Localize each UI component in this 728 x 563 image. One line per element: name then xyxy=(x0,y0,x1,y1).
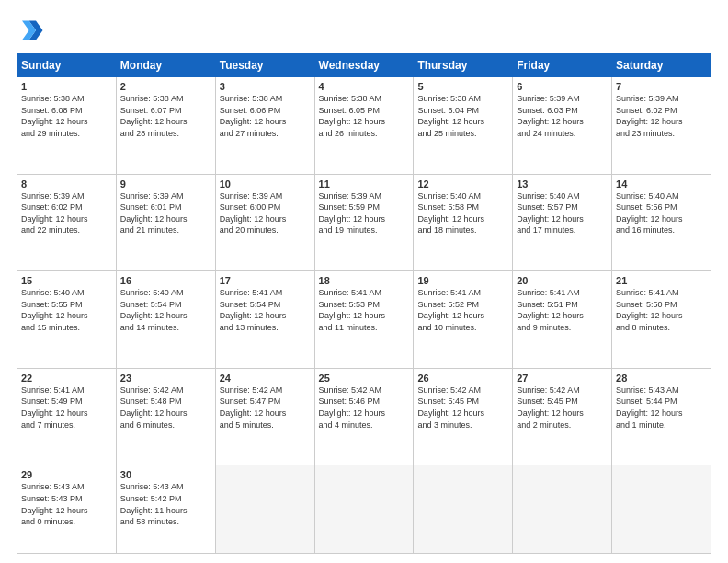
day-header-wednesday: Wednesday xyxy=(314,54,414,77)
week-row-1: 1Sunrise: 5:38 AM Sunset: 6:08 PM Daylig… xyxy=(17,77,711,175)
day-number: 23 xyxy=(120,373,211,384)
page: SundayMondayTuesdayWednesdayThursdayFrid… xyxy=(0,0,728,563)
day-cell: 13Sunrise: 5:40 AM Sunset: 5:57 PM Dayli… xyxy=(513,174,612,271)
day-cell: 10Sunrise: 5:39 AM Sunset: 6:00 PM Dayli… xyxy=(215,174,314,271)
day-cell xyxy=(612,465,711,554)
day-info: Sunrise: 5:40 AM Sunset: 5:54 PM Dayligh… xyxy=(120,287,211,333)
day-info: Sunrise: 5:43 AM Sunset: 5:43 PM Dayligh… xyxy=(21,481,112,527)
day-info: Sunrise: 5:41 AM Sunset: 5:50 PM Dayligh… xyxy=(616,287,707,333)
day-info: Sunrise: 5:40 AM Sunset: 5:58 PM Dayligh… xyxy=(417,190,508,236)
day-cell: 12Sunrise: 5:40 AM Sunset: 5:58 PM Dayli… xyxy=(414,174,513,271)
week-row-3: 15Sunrise: 5:40 AM Sunset: 5:55 PM Dayli… xyxy=(17,271,711,369)
day-cell: 27Sunrise: 5:42 AM Sunset: 5:45 PM Dayli… xyxy=(513,368,612,465)
week-row-4: 22Sunrise: 5:41 AM Sunset: 5:49 PM Dayli… xyxy=(17,368,711,465)
day-info: Sunrise: 5:38 AM Sunset: 6:04 PM Dayligh… xyxy=(417,93,508,139)
day-cell: 4Sunrise: 5:38 AM Sunset: 6:05 PM Daylig… xyxy=(314,77,414,175)
day-header-sunday: Sunday xyxy=(17,54,117,77)
day-number: 5 xyxy=(417,81,508,92)
day-info: Sunrise: 5:40 AM Sunset: 5:57 PM Dayligh… xyxy=(517,190,608,236)
day-info: Sunrise: 5:41 AM Sunset: 5:51 PM Dayligh… xyxy=(517,287,608,333)
day-info: Sunrise: 5:40 AM Sunset: 5:56 PM Dayligh… xyxy=(616,190,707,236)
day-info: Sunrise: 5:41 AM Sunset: 5:53 PM Dayligh… xyxy=(319,287,410,333)
day-info: Sunrise: 5:39 AM Sunset: 6:00 PM Dayligh… xyxy=(220,190,311,236)
day-info: Sunrise: 5:43 AM Sunset: 5:42 PM Dayligh… xyxy=(120,481,211,527)
day-cell: 26Sunrise: 5:42 AM Sunset: 5:45 PM Dayli… xyxy=(414,368,513,465)
day-info: Sunrise: 5:39 AM Sunset: 5:59 PM Dayligh… xyxy=(319,190,410,236)
day-cell xyxy=(314,465,414,554)
day-number: 17 xyxy=(220,275,311,286)
day-cell: 24Sunrise: 5:42 AM Sunset: 5:47 PM Dayli… xyxy=(215,368,314,465)
day-number: 12 xyxy=(417,178,508,190)
day-info: Sunrise: 5:42 AM Sunset: 5:48 PM Dayligh… xyxy=(120,385,211,431)
day-number: 11 xyxy=(319,178,410,190)
day-number: 6 xyxy=(517,81,608,92)
day-cell: 29Sunrise: 5:43 AM Sunset: 5:43 PM Dayli… xyxy=(17,465,117,554)
day-info: Sunrise: 5:39 AM Sunset: 6:02 PM Dayligh… xyxy=(616,93,707,139)
logo xyxy=(17,17,48,44)
day-number: 25 xyxy=(319,373,410,384)
day-number: 7 xyxy=(616,81,707,92)
day-header-monday: Monday xyxy=(116,54,215,77)
day-number: 1 xyxy=(21,81,112,92)
day-cell: 30Sunrise: 5:43 AM Sunset: 5:42 PM Dayli… xyxy=(116,465,215,554)
day-cell: 23Sunrise: 5:42 AM Sunset: 5:48 PM Dayli… xyxy=(116,368,215,465)
day-info: Sunrise: 5:41 AM Sunset: 5:49 PM Dayligh… xyxy=(21,385,112,431)
day-info: Sunrise: 5:43 AM Sunset: 5:44 PM Dayligh… xyxy=(616,385,707,431)
day-header-thursday: Thursday xyxy=(414,54,513,77)
day-cell: 15Sunrise: 5:40 AM Sunset: 5:55 PM Dayli… xyxy=(17,271,117,369)
day-header-friday: Friday xyxy=(513,54,612,77)
day-info: Sunrise: 5:40 AM Sunset: 5:55 PM Dayligh… xyxy=(21,287,112,333)
day-cell: 18Sunrise: 5:41 AM Sunset: 5:53 PM Dayli… xyxy=(314,271,414,369)
day-cell: 7Sunrise: 5:39 AM Sunset: 6:02 PM Daylig… xyxy=(612,77,711,175)
day-number: 20 xyxy=(517,275,608,286)
day-number: 8 xyxy=(21,178,112,190)
day-cell: 1Sunrise: 5:38 AM Sunset: 6:08 PM Daylig… xyxy=(17,77,117,175)
day-cell: 6Sunrise: 5:39 AM Sunset: 6:03 PM Daylig… xyxy=(513,77,612,175)
day-cell: 2Sunrise: 5:38 AM Sunset: 6:07 PM Daylig… xyxy=(116,77,215,175)
day-number: 2 xyxy=(120,81,211,92)
day-cell: 20Sunrise: 5:41 AM Sunset: 5:51 PM Dayli… xyxy=(513,271,612,369)
day-number: 30 xyxy=(120,469,211,480)
day-cell: 14Sunrise: 5:40 AM Sunset: 5:56 PM Dayli… xyxy=(612,174,711,271)
day-number: 27 xyxy=(517,373,608,384)
day-number: 26 xyxy=(417,373,508,384)
day-cell: 21Sunrise: 5:41 AM Sunset: 5:50 PM Dayli… xyxy=(612,271,711,369)
calendar: SundayMondayTuesdayWednesdayThursdayFrid… xyxy=(17,53,711,554)
header xyxy=(17,17,711,44)
day-number: 16 xyxy=(120,275,211,286)
day-info: Sunrise: 5:39 AM Sunset: 6:03 PM Dayligh… xyxy=(517,93,608,139)
day-number: 10 xyxy=(220,178,311,190)
day-cell: 19Sunrise: 5:41 AM Sunset: 5:52 PM Dayli… xyxy=(414,271,513,369)
day-cell xyxy=(414,465,513,554)
day-cell xyxy=(215,465,314,554)
day-cell: 5Sunrise: 5:38 AM Sunset: 6:04 PM Daylig… xyxy=(414,77,513,175)
day-cell: 28Sunrise: 5:43 AM Sunset: 5:44 PM Dayli… xyxy=(612,368,711,465)
day-number: 29 xyxy=(21,469,112,480)
week-row-5: 29Sunrise: 5:43 AM Sunset: 5:43 PM Dayli… xyxy=(17,465,711,554)
day-cell: 8Sunrise: 5:39 AM Sunset: 6:02 PM Daylig… xyxy=(17,174,117,271)
day-number: 22 xyxy=(21,373,112,384)
day-number: 3 xyxy=(220,81,311,92)
header-row: SundayMondayTuesdayWednesdayThursdayFrid… xyxy=(17,54,711,77)
day-info: Sunrise: 5:38 AM Sunset: 6:07 PM Dayligh… xyxy=(120,93,211,139)
day-number: 13 xyxy=(517,178,608,190)
day-info: Sunrise: 5:41 AM Sunset: 5:52 PM Dayligh… xyxy=(417,287,508,333)
day-number: 21 xyxy=(616,275,707,286)
day-info: Sunrise: 5:39 AM Sunset: 6:02 PM Dayligh… xyxy=(21,190,112,236)
day-cell: 11Sunrise: 5:39 AM Sunset: 5:59 PM Dayli… xyxy=(314,174,414,271)
day-number: 28 xyxy=(616,373,707,384)
day-cell xyxy=(513,465,612,554)
day-number: 15 xyxy=(21,275,112,286)
day-number: 19 xyxy=(417,275,508,286)
day-cell: 17Sunrise: 5:41 AM Sunset: 5:54 PM Dayli… xyxy=(215,271,314,369)
day-cell: 25Sunrise: 5:42 AM Sunset: 5:46 PM Dayli… xyxy=(314,368,414,465)
day-info: Sunrise: 5:42 AM Sunset: 5:45 PM Dayligh… xyxy=(417,385,508,431)
day-header-saturday: Saturday xyxy=(612,54,711,77)
day-number: 9 xyxy=(120,178,211,190)
day-header-tuesday: Tuesday xyxy=(215,54,314,77)
day-info: Sunrise: 5:38 AM Sunset: 6:05 PM Dayligh… xyxy=(319,93,410,139)
day-info: Sunrise: 5:41 AM Sunset: 5:54 PM Dayligh… xyxy=(220,287,311,333)
logo-icon xyxy=(17,17,44,44)
day-info: Sunrise: 5:39 AM Sunset: 6:01 PM Dayligh… xyxy=(120,190,211,236)
day-number: 18 xyxy=(319,275,410,286)
